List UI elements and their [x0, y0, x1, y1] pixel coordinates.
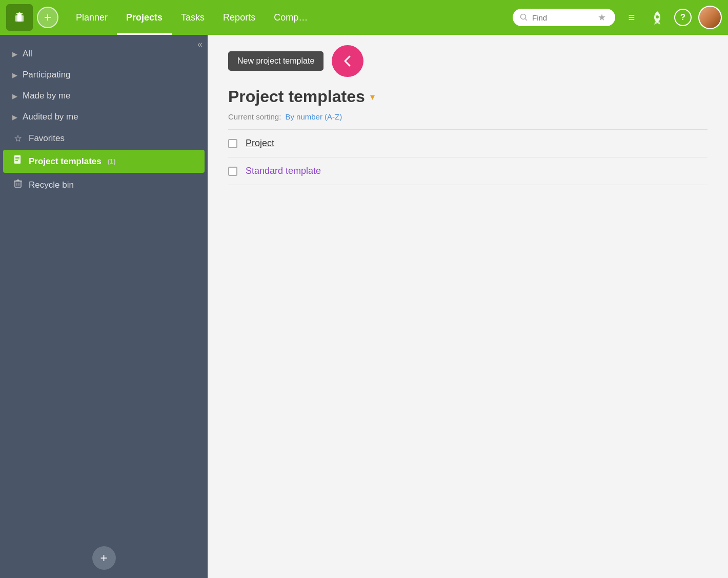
content-header: New project template	[208, 35, 728, 82]
topnav-actions: ≡ ?	[621, 6, 722, 29]
title-dropdown-icon[interactable]: ▾	[370, 91, 375, 103]
nav-planner[interactable]: Planner	[67, 0, 117, 35]
add-button[interactable]: +	[37, 7, 58, 28]
nav-items: Planner Projects Tasks Reports Comp…	[67, 0, 513, 35]
sidebar-item-label: Recycle bin	[29, 180, 74, 190]
sidebar-item-label: Participating	[23, 70, 71, 80]
search-input[interactable]	[532, 13, 594, 22]
content-title: Project templates ▾	[228, 87, 707, 106]
sidebar-bottom: +	[0, 538, 208, 578]
svg-point-6	[656, 15, 659, 18]
template-checkbox-standard[interactable]	[228, 167, 237, 176]
svg-line-5	[525, 19, 528, 21]
sorting-row: Current sorting: By number (A-Z)	[208, 109, 728, 129]
svg-rect-10	[15, 160, 18, 161]
sidebar-item-label: Project templates	[29, 156, 102, 167]
menu-icon-button[interactable]: ≡	[621, 7, 642, 28]
sidebar-item-participating[interactable]: ▶ Participating	[3, 65, 205, 85]
sidebar-item-favorites[interactable]: ☆ Favorites	[3, 128, 205, 149]
help-icon: ?	[674, 9, 692, 26]
svg-rect-3	[21, 15, 24, 22]
app-logo[interactable]	[6, 4, 33, 31]
sidebar-item-label: All	[23, 49, 32, 59]
svg-rect-2	[15, 15, 18, 22]
template-list: Project Standard template	[208, 130, 728, 185]
main-layout: « ▶ All ▶ Participating ▶ Made by me ▶ A…	[0, 35, 728, 578]
back-arrow-icon	[339, 53, 356, 69]
svg-rect-8	[15, 157, 19, 158]
chevron-icon: ▶	[12, 71, 17, 79]
sidebar-item-recycle-bin[interactable]: Recycle bin	[3, 173, 205, 196]
nav-comp[interactable]: Comp…	[265, 0, 317, 35]
trash-icon	[12, 178, 24, 191]
sidebar-item-project-templates[interactable]: Project templates (1)	[3, 150, 205, 173]
avatar-image	[699, 7, 721, 28]
sidebar-navigation: ▶ All ▶ Participating ▶ Made by me ▶ Aud…	[0, 35, 208, 538]
chevron-icon: ▶	[12, 50, 17, 58]
content-title-area: Project templates ▾	[208, 82, 728, 109]
rocket-icon	[650, 10, 664, 25]
help-button[interactable]: ?	[673, 7, 693, 28]
sidebar-item-audited-by-me[interactable]: ▶ Audited by me	[3, 107, 205, 127]
sorting-value[interactable]: By number (A-Z)	[285, 112, 342, 121]
svg-point-4	[521, 14, 526, 19]
sidebar-item-all[interactable]: ▶ All	[3, 44, 205, 64]
sidebar-item-made-by-me[interactable]: ▶ Made by me	[3, 86, 205, 106]
svg-rect-11	[15, 181, 21, 187]
sidebar-item-label: Made by me	[23, 91, 71, 101]
table-row: Project	[228, 130, 707, 157]
plus-icon: +	[100, 551, 107, 565]
plus-icon: +	[44, 11, 51, 24]
back-button[interactable]	[332, 45, 363, 77]
sidebar-add-button[interactable]: +	[92, 546, 116, 570]
search-bar[interactable]: ★	[513, 9, 615, 26]
page-title: Project templates	[228, 87, 365, 106]
chevron-icon: ▶	[12, 92, 17, 100]
chevron-icon: ▶	[12, 113, 17, 121]
sorting-label: Current sorting:	[228, 112, 281, 121]
nav-tasks[interactable]: Tasks	[172, 0, 214, 35]
hamburger-icon: ≡	[629, 11, 635, 24]
sidebar-item-label: Audited by me	[23, 112, 78, 122]
template-checkbox-project[interactable]	[228, 139, 237, 148]
new-project-template-button[interactable]: New project template	[228, 51, 323, 71]
project-templates-badge: (1)	[108, 157, 116, 165]
user-avatar[interactable]	[698, 6, 722, 29]
table-row: Standard template	[228, 157, 707, 185]
star-icon: ☆	[12, 133, 24, 144]
svg-rect-9	[15, 158, 19, 160]
rocket-button[interactable]	[647, 7, 668, 28]
svg-rect-7	[14, 155, 21, 164]
nav-reports[interactable]: Reports	[214, 0, 265, 35]
main-content: New project template Project templates ▾…	[208, 35, 728, 578]
template-name-standard[interactable]: Standard template	[246, 166, 321, 176]
sidebar-collapse-button[interactable]: «	[197, 39, 203, 50]
document-icon	[12, 155, 24, 168]
sidebar: « ▶ All ▶ Participating ▶ Made by me ▶ A…	[0, 35, 208, 578]
search-star-icon[interactable]: ★	[598, 12, 606, 23]
template-name-project[interactable]: Project	[246, 138, 274, 149]
sidebar-item-label: Favorites	[29, 133, 65, 144]
nav-projects[interactable]: Projects	[117, 0, 172, 35]
top-navigation: + Planner Projects Tasks Reports Comp… ★…	[0, 0, 728, 35]
search-icon	[520, 13, 528, 22]
